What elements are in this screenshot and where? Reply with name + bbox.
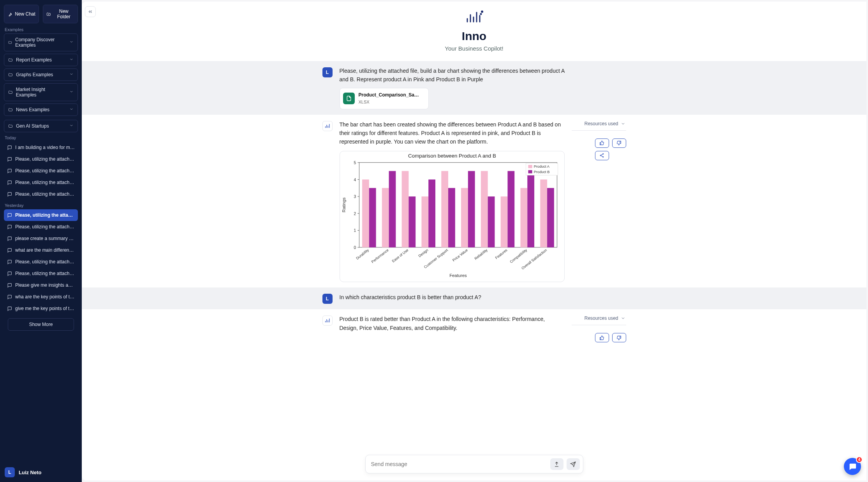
message-assistant-1: The bar chart has been created showing t… (82, 115, 866, 288)
chat-history-item[interactable]: Please, utilizing the attached… (4, 165, 78, 177)
attachment-chip[interactable]: Product_Comparison_Sa… XLSX (340, 88, 429, 109)
chart-ytick: 1 (354, 228, 356, 233)
message-user-2: L In which characteristics product B is … (82, 287, 866, 309)
chevron-down-icon (621, 121, 625, 126)
chart-bar-a (441, 171, 448, 247)
chart-bar-b (527, 171, 534, 247)
thumbs-down-button[interactable] (612, 333, 626, 342)
svg-point-20 (603, 154, 604, 154)
folder-label: Report Examples (16, 57, 52, 63)
chat-history-item[interactable]: I am building a video for my h… (4, 142, 78, 153)
custom-folder[interactable]: Gen AI Startups (4, 120, 78, 132)
chat-history-item[interactable]: give me the key points of the … (4, 303, 78, 314)
chart-xlabel: Features (449, 273, 467, 278)
send-icon (570, 461, 576, 467)
show-more-button[interactable]: Show More (8, 318, 74, 331)
chevron-left-double-icon (88, 9, 93, 14)
thumbs-down-button[interactable] (612, 138, 626, 148)
assistant-avatar (322, 315, 333, 326)
example-folder[interactable]: Report Examples (4, 54, 78, 66)
chart-bar-a (362, 179, 369, 247)
user-avatar: L (5, 467, 15, 477)
user-message-text: Please, utilizing the attached file, bui… (340, 67, 565, 84)
chat-item-label: Please, utilizing the attached… (15, 191, 75, 197)
chart-bar-a (520, 188, 527, 247)
chat-history-item[interactable]: Please, utilizing the attached… (4, 188, 78, 200)
chat-history-item[interactable]: Please, utilizing the attached… (4, 256, 78, 268)
chat-item-label: Please, utilizing the attached… (15, 224, 75, 230)
resources-used-toggle[interactable]: Resources used (572, 315, 626, 325)
chat-item-label: Please give me insights about … (15, 282, 75, 288)
chart-container: Comparison between Product A and B012345… (340, 151, 565, 282)
chart-bar-b (507, 171, 514, 247)
chat-history-item[interactable]: Please give me insights about … (4, 279, 78, 291)
new-folder-icon (46, 12, 51, 17)
resources-used-label: Resources used (585, 121, 618, 126)
chat-history-item[interactable]: please create a summary about … (4, 233, 78, 244)
folder-label: Gen AI Startups (16, 123, 49, 129)
intercom-launcher[interactable]: 4 (844, 458, 861, 475)
bot-logo-icon (324, 317, 331, 324)
folder-label: Company Discover Examples (15, 37, 66, 48)
thumbs-up-icon (599, 140, 604, 145)
chart-bar-b (428, 179, 435, 247)
chat-history-item[interactable]: wha are the key points of the … (4, 291, 78, 303)
resources-used-label: Resources used (585, 315, 618, 321)
chat-item-label: Please, utilizing the attached… (15, 271, 75, 276)
example-folder[interactable]: Market Insight Examples (4, 83, 78, 101)
chat-history-item[interactable]: Please, utilizing the attached… (4, 221, 78, 233)
notification-badge: 4 (856, 456, 863, 463)
new-folder-button[interactable]: New Folder (43, 5, 78, 23)
chart-bar-a (382, 188, 389, 247)
new-chat-icon (7, 12, 12, 17)
chevron-down-icon (621, 316, 625, 321)
chart-xtick: Compatibility (509, 248, 528, 264)
example-folder[interactable]: Company Discover Examples (4, 33, 78, 51)
send-button[interactable] (567, 458, 580, 470)
thumbs-down-icon (616, 140, 622, 145)
attachment-type: XLSX (359, 99, 419, 106)
svg-point-6 (481, 14, 481, 14)
svg-rect-19 (528, 170, 532, 173)
message-user-1: L Please, utilizing the attached file, b… (82, 61, 866, 115)
chat-history-item[interactable]: Please, utilizing the attached… (4, 209, 78, 221)
new-chat-label: New Chat (15, 11, 35, 17)
chat-item-label: Please, utilizing the attached… (15, 180, 75, 185)
chart-ytick: 3 (354, 195, 356, 199)
user-message-avatar: L (322, 67, 333, 77)
chart-legend-label: Product B (533, 170, 549, 174)
new-chat-button[interactable]: New Chat (4, 5, 39, 23)
upload-button[interactable] (550, 458, 563, 470)
thumbs-up-button[interactable] (595, 138, 609, 148)
chart-bar-a (500, 196, 507, 247)
svg-rect-18 (528, 165, 532, 168)
chat-history-item[interactable]: Please, utilizing the attached… (4, 268, 78, 279)
chat-item-label: please create a summary about … (15, 236, 75, 241)
chart-xtick: Performance (370, 248, 389, 264)
chart-bar-b (389, 171, 396, 247)
assistant-message-text: The bar chart has been created showing t… (340, 120, 565, 146)
file-xlsx-icon (343, 93, 355, 104)
chart-ytick: 4 (354, 177, 356, 182)
chat-history-item[interactable]: Please, utilizing the attached… (4, 153, 78, 165)
assistant-avatar (322, 121, 333, 131)
chat-history-item[interactable]: Please, utilizing the attached… (4, 177, 78, 188)
example-folder[interactable]: News Examples (4, 103, 78, 116)
example-folder[interactable]: Graphs Examples (4, 68, 78, 81)
share-button[interactable] (595, 151, 609, 160)
chart-bar-b (369, 188, 376, 247)
chat-history-item[interactable]: what are the main differences … (4, 244, 78, 256)
collapse-sidebar-button[interactable] (85, 6, 96, 17)
chart-bar-a (461, 188, 468, 247)
new-folder-label: New Folder (53, 9, 74, 19)
message-input[interactable] (369, 459, 547, 470)
chat-item-label: I am building a video for my h… (15, 145, 75, 150)
user-name: Luiz Neto (19, 470, 42, 475)
examples-section-label: Examples (0, 23, 82, 33)
resources-used-toggle[interactable]: Resources used (572, 121, 626, 131)
sidebar-user[interactable]: L Luiz Neto (0, 463, 82, 482)
thumbs-up-button[interactable] (595, 333, 609, 342)
chart-ytick: 5 (354, 161, 356, 165)
hero-title: Inno (82, 30, 866, 43)
thumbs-up-icon (599, 335, 604, 340)
